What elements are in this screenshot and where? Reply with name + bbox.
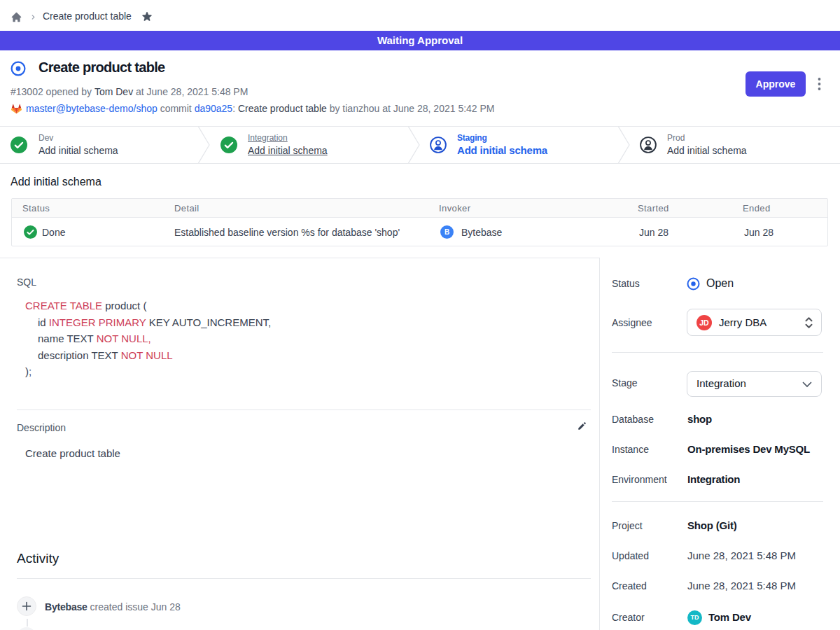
svg-text:B: B xyxy=(444,228,449,236)
